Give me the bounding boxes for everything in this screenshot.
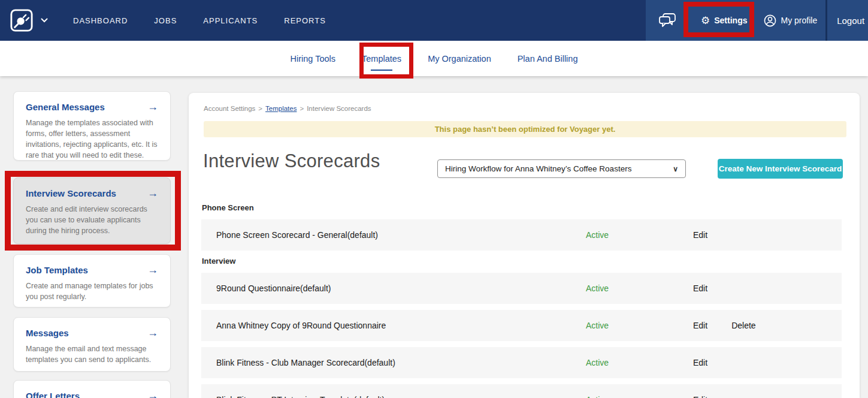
- status-badge: Active: [586, 284, 609, 293]
- chevron-down-icon[interactable]: [41, 18, 48, 23]
- scorecard-row: 9Round Questionnaire(default) Active Edi…: [201, 273, 842, 304]
- breadcrumb: Account Settings>Templates>Interview Sco…: [204, 105, 371, 112]
- sidebar-card-description: Create and manage templates for jobs you…: [26, 281, 158, 302]
- topnav-items: DASHBOARD JOBS APPLICANTS REPORTS: [73, 16, 326, 25]
- subnav-item[interactable]: Hiring Tools: [291, 50, 336, 67]
- subnav-item-label: My Organization: [428, 54, 491, 64]
- topnav-item[interactable]: DASHBOARD: [73, 16, 128, 25]
- profile-label: My profile: [781, 16, 817, 25]
- sidebar-card-title: Interview Scorecards: [26, 188, 116, 198]
- arrow-right-icon: →: [147, 390, 158, 398]
- person-icon: [764, 14, 776, 27]
- settings-subnav: Hiring Tools Templates My Organization P…: [0, 41, 868, 76]
- section-rows: 9Round Questionnaire(default) Active Edi…: [201, 273, 842, 398]
- edit-link[interactable]: Edit: [693, 321, 707, 330]
- sidebar-card-header: Messages →: [26, 327, 158, 338]
- section-label: Interview: [202, 257, 842, 266]
- status-badge: Active: [586, 358, 609, 367]
- sidebar-card-header: Job Templates →: [26, 264, 158, 275]
- sidebar-card-header: Interview Scorecards →: [26, 188, 158, 198]
- chat-bubbles-icon: [658, 13, 677, 28]
- settings-label: Settings: [714, 16, 747, 25]
- scorecard-section: Interview 9Round Questionnaire(default) …: [201, 257, 842, 398]
- topbar-right-panel: ⚙ Settings My profile Logout: [646, 0, 868, 41]
- edit-link[interactable]: Edit: [693, 358, 707, 367]
- scorecard-name: Blink Fitness - Club Manager Scorecard(d…: [216, 358, 395, 367]
- breadcrumb-separator: >: [258, 105, 262, 112]
- subnav-item[interactable]: Plan And Billing: [518, 50, 578, 67]
- row-actions: Edit: [693, 230, 707, 240]
- scorecard-name: Anna Whitney Copy of 9Round Questionnair…: [216, 321, 386, 330]
- sidebar-card[interactable]: Offer Letters →: [13, 380, 171, 398]
- scorecard-row: Phone Screen Scorecard - General(default…: [201, 219, 842, 251]
- breadcrumb-item: Account Settings: [204, 105, 255, 112]
- row-actions: EditDelete: [693, 321, 756, 330]
- sidebar-card-title: General Messages: [26, 102, 105, 112]
- sidebar-card-title: Job Templates: [26, 265, 88, 275]
- topnav-item[interactable]: APPLICANTS: [203, 16, 258, 25]
- sidebar-card[interactable]: Interview Scorecards → Create and edit i…: [13, 177, 171, 244]
- page-title: Interview Scorecards: [203, 150, 380, 172]
- row-actions: Edit: [693, 358, 707, 367]
- topnav-item[interactable]: REPORTS: [284, 16, 326, 25]
- create-scorecard-button[interactable]: Create New Interview Scorecard: [718, 159, 843, 179]
- app-logo[interactable]: [10, 9, 48, 32]
- top-navigation-bar: DASHBOARD JOBS APPLICANTS REPORTS ⚙ Sett…: [0, 0, 868, 41]
- scorecard-name: Phone Screen Scorecard - General(default…: [216, 230, 378, 240]
- gear-icon: ⚙: [701, 16, 710, 26]
- edit-link[interactable]: Edit: [693, 395, 707, 398]
- notice-banner: This page hasn’t been optimized for Voya…: [204, 121, 846, 137]
- subnav-item-label: Hiring Tools: [291, 54, 336, 64]
- breadcrumb-separator: >: [300, 105, 304, 112]
- scorecard-name: Blink Fitness - PT Interview Template(de…: [216, 395, 385, 398]
- scorecard-row: Blink Fitness - Club Manager Scorecard(d…: [201, 347, 842, 378]
- scorecard-section: Phone Screen Phone Screen Scorecard - Ge…: [201, 203, 842, 251]
- sidebar-card[interactable]: Messages → Manage the email and text mes…: [13, 317, 171, 372]
- my-profile-button[interactable]: My profile: [764, 14, 817, 27]
- subnav-item-label: Plan And Billing: [518, 54, 578, 64]
- logo-plug-icon: [10, 9, 33, 32]
- select-caret-icon: ∨: [673, 165, 678, 173]
- status-badge: Active: [586, 230, 609, 240]
- status-badge: Active: [586, 395, 609, 398]
- topbar-divider: [825, 0, 827, 41]
- main-content-panel: Account Settings>Templates>Interview Sco…: [189, 93, 860, 398]
- sidebar-card-title: Offer Letters: [26, 391, 80, 398]
- arrow-right-icon: →: [147, 101, 158, 112]
- breadcrumb-item[interactable]: Templates: [265, 105, 297, 112]
- notice-banner-text: This page hasn’t been optimized for Voya…: [435, 125, 616, 134]
- delete-link[interactable]: Delete: [731, 321, 755, 330]
- topnav-item-label: APPLICANTS: [203, 16, 258, 25]
- subnav-item-label: Templates: [362, 54, 401, 64]
- row-actions: Edit: [693, 284, 707, 293]
- arrow-right-icon: →: [147, 264, 158, 275]
- settings-button[interactable]: ⚙ Settings: [701, 16, 747, 26]
- scorecard-row: Blink Fitness - PT Interview Template(de…: [201, 384, 842, 398]
- breadcrumb-item: Interview Scorecards: [307, 105, 371, 112]
- subnav-item[interactable]: My Organization: [428, 50, 491, 67]
- workflow-select[interactable]: Hiring Workflow for Anna Whitney’s Coffe…: [437, 159, 686, 178]
- topnav-item[interactable]: JOBS: [154, 16, 177, 25]
- edit-link[interactable]: Edit: [693, 230, 707, 240]
- sidebar-card[interactable]: General Messages → Manage the templates …: [13, 91, 171, 161]
- scorecard-row: Anna Whitney Copy of 9Round Questionnair…: [201, 310, 842, 341]
- topnav-item-label: JOBS: [154, 16, 177, 25]
- workflow-select-value: Hiring Workflow for Anna Whitney’s Coffe…: [445, 164, 631, 173]
- sidebar-card-description: Manage the templates associated with for…: [26, 117, 158, 161]
- scorecard-name: 9Round Questionnaire(default): [216, 284, 331, 293]
- topnav-item-label: DASHBOARD: [73, 16, 128, 25]
- status-badge: Active: [586, 321, 609, 330]
- sidebar-card-title: Messages: [26, 328, 69, 338]
- subnav-item[interactable]: Templates: [362, 50, 401, 67]
- sidebar-card-description: Create and edit interview scorecards you…: [26, 204, 158, 236]
- chat-button[interactable]: [658, 13, 677, 28]
- row-actions: Edit: [693, 395, 707, 398]
- sidebar-card-header: Offer Letters →: [26, 390, 158, 398]
- sidebar-card[interactable]: Job Templates → Create and manage templa…: [13, 254, 171, 307]
- logout-button[interactable]: Logout: [837, 16, 864, 26]
- edit-link[interactable]: Edit: [693, 284, 707, 293]
- section-rows: Phone Screen Scorecard - General(default…: [201, 219, 842, 251]
- sidebar-card-header: General Messages →: [26, 101, 158, 112]
- topnav-item-label: REPORTS: [284, 16, 326, 25]
- active-tab-underline: [371, 70, 392, 71]
